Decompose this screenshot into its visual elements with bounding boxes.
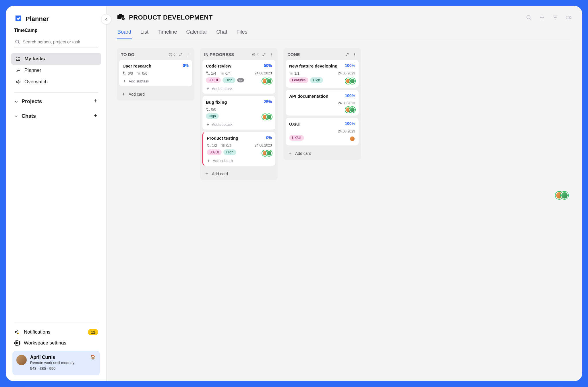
nav-label: My tasks xyxy=(24,56,45,62)
card-percent: 50% xyxy=(264,63,272,68)
plus-icon[interactable] xyxy=(539,14,545,21)
assignees[interactable] xyxy=(262,114,272,120)
tab-chat[interactable]: Chat xyxy=(216,27,228,39)
svg-point-30 xyxy=(188,53,188,53)
more-icon[interactable] xyxy=(269,52,274,57)
card-date: 24.08.2023 xyxy=(338,129,355,133)
checklist-icon xyxy=(221,143,225,147)
subtask-icon xyxy=(207,143,211,147)
subtask-icon xyxy=(206,71,210,75)
task-card[interactable]: Product testing 0% 1/2 0/2 24.08.2023 UX… xyxy=(202,132,275,166)
tag: High xyxy=(223,149,236,155)
video-icon[interactable] xyxy=(565,14,572,21)
task-card[interactable]: API documentation 100% 24.08.2023 xyxy=(286,90,359,116)
subtask-count: 0/0 xyxy=(123,71,133,76)
nav-item-overwatch[interactable]: Overwatch xyxy=(11,76,101,88)
checklist-count: 0/0 xyxy=(137,71,147,76)
divider xyxy=(14,323,98,323)
search-field[interactable] xyxy=(14,36,98,47)
eye-icon xyxy=(252,53,256,57)
column-inprogress: IN PROGRESS 4 Code review 50% xyxy=(200,48,278,180)
svg-point-12 xyxy=(18,333,19,334)
assignees[interactable] xyxy=(349,136,355,142)
svg-point-68 xyxy=(354,54,355,55)
eye-icon xyxy=(169,53,173,57)
task-card[interactable]: Bug fixing 25% 0/0 High Add subtask xyxy=(202,96,275,130)
nav-item-planner[interactable]: Planner xyxy=(11,65,101,76)
add-subtask-button[interactable]: Add subtask xyxy=(206,85,272,91)
main-content: PRODUCT DEVELOPMENT Board List Timeline … xyxy=(107,6,582,381)
column-count: 0 xyxy=(169,53,175,57)
nav-label: Planner xyxy=(24,68,41,73)
add-subtask-button[interactable]: Add subtask xyxy=(123,77,189,83)
tab-list[interactable]: List xyxy=(140,27,149,39)
section-label: Projects xyxy=(22,99,42,105)
user-card[interactable]: April Curtis Remote work until modnay 54… xyxy=(12,351,100,375)
card-title: Bug fixing xyxy=(206,99,227,105)
collapse-icon[interactable] xyxy=(262,52,266,57)
workspace-settings-button[interactable]: Workspace settings xyxy=(6,338,106,351)
assignees[interactable] xyxy=(345,78,355,84)
checklist-icon xyxy=(137,71,141,75)
tab-board[interactable]: Board xyxy=(117,27,132,39)
card-percent: 100% xyxy=(345,121,355,126)
svg-rect-47 xyxy=(206,72,208,73)
card-title: UX/UI xyxy=(289,121,301,127)
column-todo: TO DO 0 User research 0% xyxy=(117,48,194,101)
svg-point-46 xyxy=(271,55,272,56)
svg-rect-33 xyxy=(123,72,124,73)
add-card-button[interactable]: Add card xyxy=(200,168,278,180)
search-icon[interactable] xyxy=(526,14,532,21)
nav-label: Overwatch xyxy=(24,79,48,85)
tab-timeline[interactable]: Timeline xyxy=(157,27,177,39)
tab-calendar[interactable]: Calendar xyxy=(185,27,208,39)
tag: UX/UI xyxy=(289,135,304,141)
assignees[interactable] xyxy=(345,107,355,113)
tag: Features xyxy=(289,77,308,83)
add-card-button[interactable]: Add card xyxy=(283,148,361,160)
add-card-button[interactable]: Add card xyxy=(117,88,194,101)
svg-rect-54 xyxy=(206,108,208,109)
card-title: Product testing xyxy=(207,135,238,141)
card-date: 24.08.2023 xyxy=(255,143,272,147)
user-name: April Curtis xyxy=(30,355,74,360)
user-phone: 543 - 385 - 990 xyxy=(30,366,74,371)
chevron-down-icon xyxy=(14,114,19,119)
card-title: User research xyxy=(123,63,151,69)
svg-rect-26 xyxy=(566,16,569,19)
more-tags[interactable]: +2 xyxy=(237,78,244,82)
user-status-emoji: 🏠 xyxy=(90,354,96,360)
megaphone-icon xyxy=(15,79,21,85)
nav-item-my-tasks[interactable]: My tasks xyxy=(11,53,101,65)
section-chats[interactable]: Chats xyxy=(6,109,106,124)
collapse-icon[interactable] xyxy=(178,52,183,57)
collapse-icon[interactable] xyxy=(345,52,349,57)
task-card[interactable]: UX/UI 100% 24.08.2023 UX/UI xyxy=(286,118,359,145)
column-title: DONE xyxy=(287,52,300,57)
notifications-button[interactable]: Notifications 12 xyxy=(6,327,106,338)
add-project-button[interactable] xyxy=(93,98,98,105)
collapse-sidebar-button[interactable] xyxy=(101,14,111,24)
filter-icon[interactable] xyxy=(552,14,558,21)
add-subtask-button[interactable]: Add subtask xyxy=(206,121,272,127)
card-date: 24.08.2023 xyxy=(338,101,355,105)
search-input[interactable] xyxy=(14,36,98,47)
more-icon[interactable] xyxy=(186,52,190,57)
svg-rect-15 xyxy=(119,14,122,15)
checklist-icon xyxy=(289,71,293,75)
add-subtask-button[interactable]: Add subtask xyxy=(207,157,272,163)
add-chat-button[interactable] xyxy=(93,113,98,120)
tag: High xyxy=(206,113,219,119)
chevron-left-icon xyxy=(104,17,108,21)
column-title: TO DO xyxy=(121,52,134,57)
section-projects[interactable]: Projects xyxy=(6,94,106,109)
svg-rect-48 xyxy=(208,74,209,75)
more-icon[interactable] xyxy=(352,52,357,57)
task-card[interactable]: User research 0% 0/0 0/0 xyxy=(119,60,192,86)
assignees[interactable] xyxy=(262,78,272,84)
assignees[interactable] xyxy=(262,150,272,156)
floating-assignees[interactable] xyxy=(556,192,568,200)
task-card[interactable]: New feature developing 100% 1/1 24.06.20… xyxy=(286,60,359,88)
task-card[interactable]: Code review 50% 1/4 0/4 24.08.2023 UX/UI… xyxy=(202,60,275,94)
tab-files[interactable]: Files xyxy=(236,27,248,39)
